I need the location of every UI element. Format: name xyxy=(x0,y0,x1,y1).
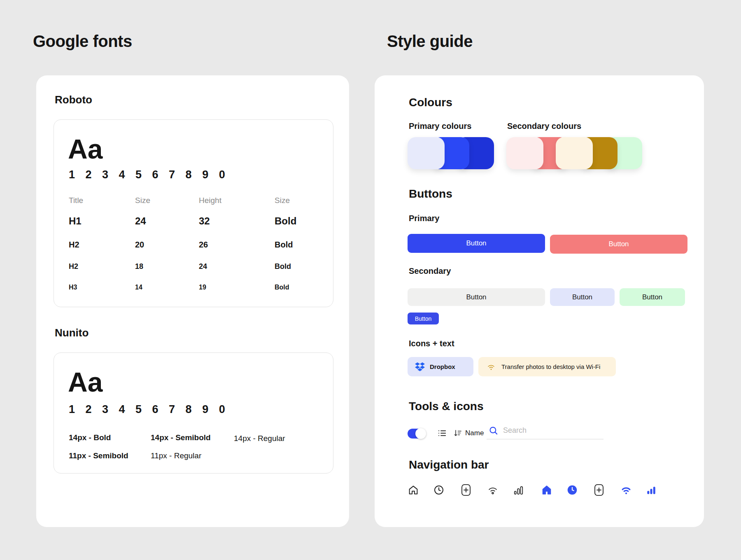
table-header-size: Size xyxy=(135,196,150,205)
sort-by-name-control[interactable]: Name xyxy=(453,428,484,439)
roboto-specimen-digits: 1 2 3 4 5 6 7 8 9 0 xyxy=(69,168,229,181)
tools-icons-heading: Tools & icons xyxy=(409,400,484,413)
primary-button-coral[interactable]: Button xyxy=(550,235,687,254)
signal-bars-icon[interactable] xyxy=(512,484,524,496)
toggle-switch[interactable] xyxy=(408,429,424,439)
small-button-blue[interactable]: Button xyxy=(408,313,439,324)
nunito-specimen-card: Aa 1 2 3 4 5 6 7 8 9 0 14px - Bold 14px … xyxy=(54,352,333,474)
cell-title: H2 xyxy=(69,262,78,271)
secondary-swatch-row xyxy=(506,137,642,169)
colours-heading: Colours xyxy=(409,96,452,109)
cell-height: 32 xyxy=(199,215,210,227)
home-icon[interactable] xyxy=(407,484,419,496)
primary-buttons-label: Primary xyxy=(409,214,440,223)
google-fonts-card: Roboto Aa 1 2 3 4 5 6 7 8 9 0 Title Size… xyxy=(36,75,349,527)
add-icon-2[interactable] xyxy=(593,483,605,495)
primary-swatch-row xyxy=(408,137,494,169)
wifi-gold-icon xyxy=(486,362,496,372)
secondary-buttons-label: Secondary xyxy=(409,266,451,276)
navigation-bar-heading: Navigation bar xyxy=(409,458,489,471)
sort-descending-icon xyxy=(453,428,463,439)
add-icon[interactable] xyxy=(460,483,472,495)
cell-height: 24 xyxy=(199,262,207,271)
wifi-icon-active[interactable] xyxy=(620,484,632,496)
weight-label-14-bold: 14px - Bold xyxy=(69,433,111,442)
nunito-specimen-aa: Aa xyxy=(68,369,103,396)
buttons-heading: Buttons xyxy=(409,187,452,201)
style-guide-title: Style guide xyxy=(387,32,473,51)
cell-weight: Bold xyxy=(275,215,296,227)
cell-title: H1 xyxy=(69,215,82,227)
secondary-colours-label: Secondary colours xyxy=(507,121,581,131)
search-icon xyxy=(488,425,499,436)
swatch-pink xyxy=(506,137,543,169)
primary-colours-label: Primary colours xyxy=(409,121,471,131)
weight-label-14-regular: 14px - Regular xyxy=(234,434,285,443)
roboto-specimen-aa: Aa xyxy=(68,135,103,163)
table-header-size2: Size xyxy=(275,196,290,205)
weight-label-11-semibold: 11px - Semibold xyxy=(69,451,128,460)
dropbox-chip[interactable]: Dropbox xyxy=(408,357,473,376)
wifi-chip-label: Transfer photos to desktop via Wi-Fi xyxy=(501,363,600,370)
toggle-knob xyxy=(415,428,426,439)
cell-weight: Bold xyxy=(275,284,289,291)
cell-title: H3 xyxy=(69,284,77,291)
sort-label: Name xyxy=(465,429,484,437)
table-header-height: Height xyxy=(199,196,221,205)
swatch-cream xyxy=(556,137,593,169)
cell-weight: Bold xyxy=(275,262,291,271)
primary-button-blue[interactable]: Button xyxy=(408,234,545,253)
google-fonts-title: Google fonts xyxy=(33,32,132,51)
cell-weight: Bold xyxy=(275,240,293,250)
wifi-icon[interactable] xyxy=(487,484,499,496)
cell-size: 14 xyxy=(135,284,142,291)
swatch-lavender xyxy=(408,137,445,169)
secondary-button-gray[interactable]: Button xyxy=(408,288,545,306)
clock-icon-active[interactable] xyxy=(566,484,578,496)
wifi-transfer-chip[interactable]: Transfer photos to desktop via Wi-Fi xyxy=(478,357,616,376)
roboto-font-name: Roboto xyxy=(55,93,92,106)
search-input[interactable] xyxy=(503,426,598,435)
cell-size: 24 xyxy=(135,215,146,227)
weight-label-14-semibold: 14px - Semibold xyxy=(151,433,211,442)
cell-height: 19 xyxy=(199,284,206,291)
list-view-icon[interactable] xyxy=(436,427,448,439)
dropbox-icon xyxy=(415,362,425,371)
icons-text-label: Icons + text xyxy=(409,339,454,348)
secondary-button-mint[interactable]: Button xyxy=(620,288,685,306)
table-header-title: Title xyxy=(69,196,83,205)
nunito-font-name: Nunito xyxy=(55,327,89,339)
cell-height: 26 xyxy=(199,240,208,250)
home-icon-active[interactable] xyxy=(541,484,553,496)
secondary-button-lavender[interactable]: Button xyxy=(550,288,615,306)
weight-label-11-regular: 11px - Regular xyxy=(151,451,201,460)
signal-bars-icon-active[interactable] xyxy=(645,484,657,496)
clock-icon[interactable] xyxy=(433,484,445,496)
roboto-specimen-card: Aa 1 2 3 4 5 6 7 8 9 0 Title Size Height… xyxy=(54,119,333,307)
dropbox-chip-label: Dropbox xyxy=(430,363,455,370)
cell-size: 18 xyxy=(135,262,143,271)
style-guide-card: Colours Primary colours Secondary colour… xyxy=(375,75,704,527)
nunito-specimen-digits: 1 2 3 4 5 6 7 8 9 0 xyxy=(69,403,229,416)
cell-size: 20 xyxy=(135,240,144,250)
cell-title: H2 xyxy=(69,240,79,250)
search-field xyxy=(487,424,604,439)
